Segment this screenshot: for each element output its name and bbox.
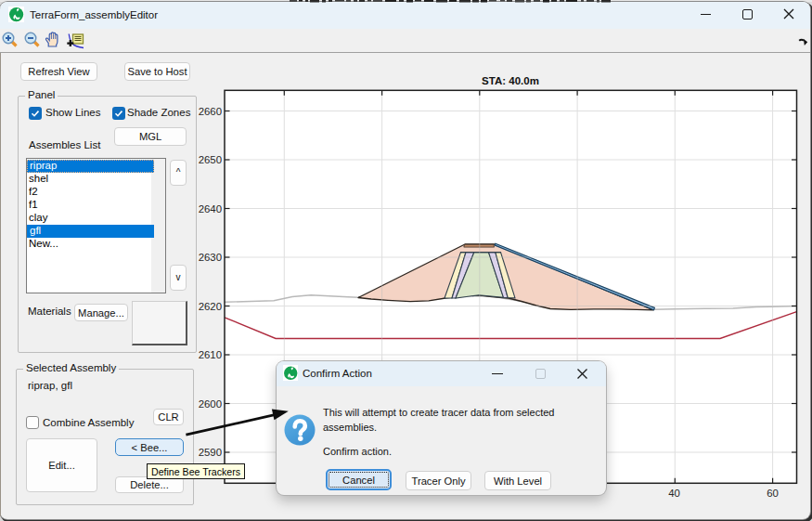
- svg-text:2600: 2600: [199, 398, 222, 410]
- svg-text:60: 60: [767, 488, 779, 499]
- svg-text:2650: 2650: [199, 154, 222, 165]
- svg-text:2630: 2630: [199, 252, 222, 263]
- svg-text:STA: 40.0m: STA: 40.0m: [482, 75, 539, 86]
- svg-text:40: 40: [668, 488, 680, 499]
- svg-text:2640: 2640: [199, 203, 222, 215]
- svg-text:2610: 2610: [199, 349, 222, 360]
- svg-text:2660: 2660: [199, 106, 222, 117]
- svg-text:2590: 2590: [199, 447, 222, 458]
- svg-text:2620: 2620: [199, 301, 222, 312]
